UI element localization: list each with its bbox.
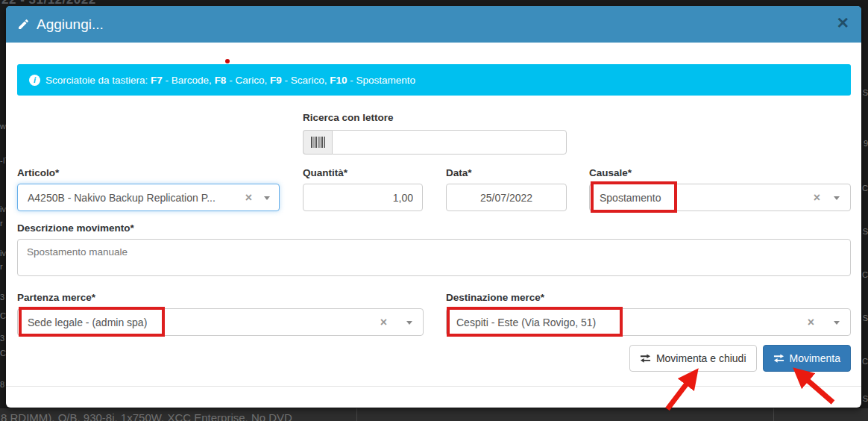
movimenta-button[interactable]: Movimenta xyxy=(763,345,851,372)
data-input[interactable] xyxy=(446,184,567,211)
destinazione-label: Destinazione merce* xyxy=(446,292,544,303)
screen: 22 - 31/12/2022 8 RDIMM), O/B, 930-8i, 1… xyxy=(0,0,868,421)
background-fragment: iv xyxy=(0,205,6,213)
shortcut-text: - Carico, xyxy=(226,75,270,86)
background-fragment: iv xyxy=(0,249,6,258)
background-fragment: r xyxy=(0,262,3,271)
background-fragment: 3 xyxy=(0,293,4,302)
destinazione-chevron-down-icon[interactable] xyxy=(834,321,840,325)
shortcut-key-f8: F8 xyxy=(215,75,227,86)
barcode-search-input[interactable] xyxy=(332,130,567,155)
articolo-label: Articolo* xyxy=(17,167,59,178)
info-icon: i xyxy=(29,75,40,86)
causale-clear-icon[interactable]: × xyxy=(814,190,820,204)
causale-select[interactable]: Spostamento × xyxy=(589,184,851,211)
table-cell-divider xyxy=(356,408,357,421)
background-fragment: 8 xyxy=(0,380,4,389)
shortcut-text: - Scarico, xyxy=(282,75,330,86)
descrizione-textarea[interactable]: Spostamento manuale xyxy=(17,239,851,276)
shortcut-prefix: Scorciatoie da tastiera: xyxy=(45,75,151,86)
transfer-icon xyxy=(773,354,784,363)
transfer-icon xyxy=(640,354,651,363)
close-button[interactable]: ✕ xyxy=(836,15,849,31)
add-movement-modal: Aggiungi... ✕ i Scorciatoie da tastiera:… xyxy=(6,6,861,408)
button-row: Movimenta e chiudi Movimenta xyxy=(629,345,851,372)
background-fragment: S xyxy=(863,394,868,403)
shortcut-info-bar: i Scorciatoie da tastiera: F7 - Barcode,… xyxy=(17,64,851,96)
background-fragment: C xyxy=(862,184,868,193)
modal-footer xyxy=(6,386,861,408)
articolo-value: A4250B - Nakivo Backup Replication P... xyxy=(28,192,216,204)
destinazione-value: Cespiti - Este (Via Rovigo, 51) xyxy=(456,316,596,328)
shortcut-key-f7: F7 xyxy=(151,75,163,86)
red-dot-marker xyxy=(225,59,230,63)
background-fragment: S xyxy=(863,88,868,97)
partenza-value: Sede legale - (admin spa) xyxy=(28,316,147,328)
data-label: Data* xyxy=(446,167,472,178)
destinazione-clear-icon[interactable]: × xyxy=(808,315,814,328)
quantita-label: Quantità* xyxy=(303,167,347,178)
movimenta-e-chiudi-label: Movimenta e chiudi xyxy=(656,352,746,364)
background-fragment: r xyxy=(0,219,3,228)
articolo-clear-icon[interactable]: × xyxy=(245,190,252,204)
barcode-search-label: Ricerca con lettore xyxy=(303,112,394,123)
background-fragment: C xyxy=(862,270,868,279)
movimenta-label: Movimenta xyxy=(790,352,840,364)
descrizione-label: Descrizione movimento* xyxy=(17,222,134,234)
causale-value: Spostamento xyxy=(600,192,661,204)
shortcut-key-f9: F9 xyxy=(270,75,282,86)
causale-label: Causale* xyxy=(589,167,632,178)
background-row-text: 8 RDIMM), O/B, 930-8i, 1x750W, XCC Enter… xyxy=(1,411,292,421)
barcode-search-group xyxy=(303,130,567,155)
background-fragment: w xyxy=(0,122,6,131)
background-fragment: 9 xyxy=(864,139,868,148)
shortcut-text: - Barcode, xyxy=(163,75,215,86)
partenza-clear-icon[interactable]: × xyxy=(380,315,387,328)
destinazione-select[interactable]: Cespiti - Este (Via Rovigo, 51) × xyxy=(446,308,851,336)
pencil-icon xyxy=(17,18,30,31)
articolo-select[interactable]: A4250B - Nakivo Backup Replication P... … xyxy=(17,184,280,211)
articolo-chevron-down-icon[interactable] xyxy=(264,196,270,200)
shortcut-key-f10: F10 xyxy=(330,75,347,86)
causale-chevron-down-icon[interactable] xyxy=(834,196,840,200)
background-fragment: S xyxy=(863,314,868,322)
modal-title: Aggiungi... xyxy=(37,16,104,33)
background-fragment: S xyxy=(863,227,868,236)
quantita-input[interactable] xyxy=(303,184,423,211)
partenza-label: Partenza merce* xyxy=(17,292,95,303)
modal-header: Aggiungi... ✕ xyxy=(6,6,861,43)
movimenta-e-chiudi-button[interactable]: Movimenta e chiudi xyxy=(629,345,757,372)
background-table-row: 8 RDIMM), O/B, 930-8i, 1x750W, XCC Enter… xyxy=(0,408,868,421)
partenza-select[interactable]: Sede legale - (admin spa) × xyxy=(17,308,424,336)
partenza-chevron-down-icon[interactable] xyxy=(406,321,412,325)
background-fragment: 3 xyxy=(0,334,4,343)
barcode-icon xyxy=(303,130,332,155)
table-cell-divider xyxy=(773,408,774,421)
background-fragment: C xyxy=(862,357,868,366)
shortcut-text: - Spostamento xyxy=(347,75,415,86)
